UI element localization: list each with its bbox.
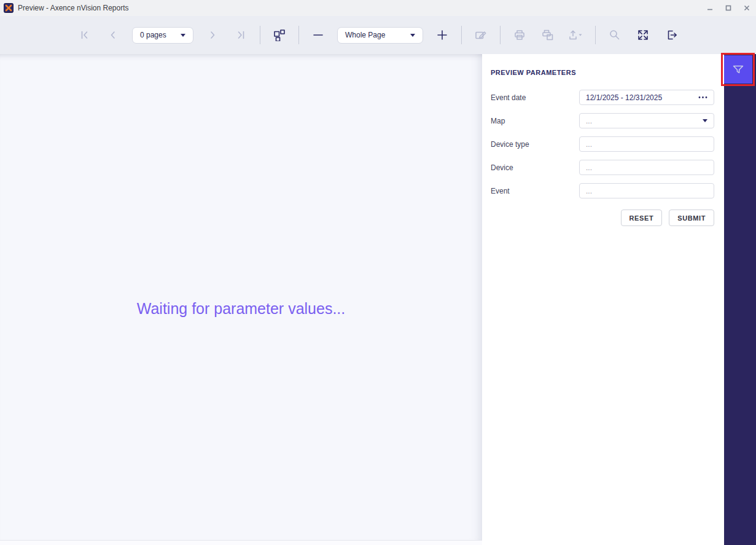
multipage-view-button[interactable] [270,26,289,44]
param-label-map: Map [491,117,579,125]
zoom-in-button[interactable] [433,26,451,44]
param-row-device: Device ... [491,160,714,175]
quick-print-button[interactable] [539,26,557,44]
full-screen-icon [637,29,649,41]
event-date-value: 12/1/2025 - 12/31/2025 [586,93,662,102]
ellipsis-icon[interactable] [698,96,707,99]
param-row-device-type: Device type ... [491,136,714,152]
map-value: ... [586,117,592,125]
filter-parameters-button[interactable] [724,55,752,84]
close-button[interactable] [738,0,756,16]
param-row-event: Event ... [491,183,714,198]
event-value: ... [586,187,592,195]
filter-funnel-icon [731,63,745,76]
waiting-message: Waiting for parameter values... [0,300,482,318]
close-icon [743,4,750,12]
device-value: ... [586,163,592,172]
last-page-icon [235,29,246,41]
first-page-button[interactable] [76,26,94,44]
zoom-in-icon [436,29,448,41]
title-bar: Preview - Axence nVision Reports [0,0,756,16]
device-input[interactable]: ... [579,160,714,175]
param-label-device: Device [491,163,579,172]
reset-button[interactable]: RESET [621,210,663,226]
panel-buttons: RESET SUBMIT [621,210,714,226]
page-count-value: 0 pages [140,31,166,39]
search-icon [609,29,621,41]
window-controls [701,0,756,16]
previous-page-button[interactable] [104,26,122,44]
toolbar-separator [260,26,260,44]
zoom-out-icon [312,29,324,41]
zoom-value: Whole Page [345,31,385,39]
zoom-select[interactable]: Whole Page [337,27,423,44]
axence-logo-icon [4,3,14,13]
event-input[interactable]: ... [579,183,714,198]
edit-button[interactable] [472,26,490,44]
next-page-icon [207,29,218,41]
side-rail [724,54,756,545]
exit-icon [665,29,677,41]
param-row-map: Map ... [491,113,714,128]
param-label-device-type: Device type [491,140,579,149]
full-screen-button[interactable] [634,26,652,44]
exit-button[interactable] [662,26,680,44]
device-type-input[interactable]: ... [579,136,714,152]
panel-title: PREVIEW PARAMETERS [491,69,576,76]
map-select[interactable]: ... [579,113,714,128]
preview-parameters-panel: PREVIEW PARAMETERS Event date 12/1/2025 … [482,54,724,545]
minimize-icon [706,4,714,12]
zoom-out-button[interactable] [309,26,327,44]
previous-page-icon [107,29,119,41]
next-page-button[interactable] [203,26,222,44]
export-icon [568,29,584,41]
toolbar-separator [461,26,462,44]
page-count-select[interactable]: 0 pages [132,27,193,44]
report-preview-area: Waiting for parameter values... [0,54,482,540]
window-title: Preview - Axence nVision Reports [18,4,129,12]
param-label-event-date: Event date [491,93,579,102]
search-button[interactable] [606,26,624,44]
chevron-down-icon [703,119,707,122]
print-button[interactable] [510,26,529,44]
edit-icon [475,29,487,41]
maximize-button[interactable] [719,0,738,16]
maximize-icon [725,4,732,12]
quick-print-icon [542,29,554,41]
multipage-view-icon [273,29,286,41]
device-type-value: ... [586,140,592,149]
toolbar: 0 pages Whole Page [0,16,756,54]
chevron-down-icon [181,34,185,37]
export-button[interactable] [567,26,585,44]
toolbar-separator [595,26,596,44]
chevron-down-icon [410,34,415,37]
toolbar-separator [500,26,501,44]
minimize-button[interactable] [701,0,719,16]
first-page-icon [79,29,90,41]
print-icon [513,29,526,41]
event-date-input[interactable]: 12/1/2025 - 12/31/2025 [579,90,714,105]
submit-button[interactable]: SUBMIT [669,210,714,226]
param-label-event: Event [491,187,579,195]
param-row-event-date: Event date 12/1/2025 - 12/31/2025 [491,90,714,105]
last-page-button[interactable] [232,26,250,44]
toolbar-separator [298,26,299,44]
